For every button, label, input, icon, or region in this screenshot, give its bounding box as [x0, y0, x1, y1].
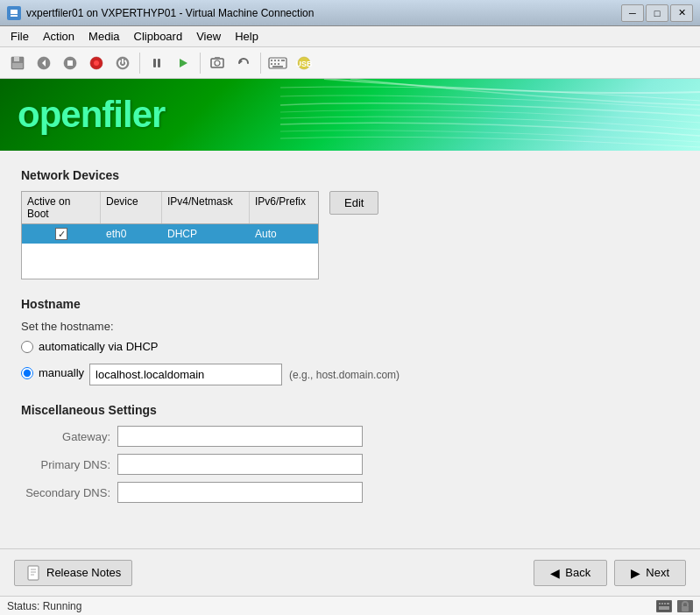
hostname-input[interactable] — [89, 364, 282, 385]
menu-help[interactable]: Help — [228, 28, 265, 45]
svg-marker-16 — [180, 59, 187, 67]
svg-point-18 — [215, 60, 220, 66]
svg-rect-14 — [153, 59, 156, 67]
gateway-row: Gateway: — [21, 426, 679, 447]
network-devices-table: Active on Boot Device IPv4/Netmask IPv6/… — [21, 191, 319, 279]
toolbar-usb[interactable]: USB — [292, 51, 316, 75]
toolbar-sep-3 — [260, 53, 261, 74]
toolbar-power[interactable] — [110, 51, 135, 75]
status-right — [656, 600, 693, 612]
toolbar-revert[interactable] — [231, 51, 256, 75]
col-ipv4: IPv4/Netmask — [162, 192, 250, 223]
misc-title: Miscellaneous Settings — [21, 403, 679, 417]
edit-button[interactable]: Edit — [329, 191, 378, 215]
menu-clipboard[interactable]: Clipboard — [127, 28, 190, 45]
manual-radio[interactable] — [21, 367, 33, 379]
svg-rect-25 — [281, 60, 285, 61]
table-row[interactable]: ✓ eth0 DHCP Auto — [22, 224, 318, 244]
menu-action[interactable]: Action — [36, 28, 81, 45]
back-label: Back — [565, 566, 590, 579]
primary-dns-input[interactable] — [117, 454, 363, 475]
col-ipv6: IPv6/Prefix — [250, 192, 320, 223]
gateway-input[interactable] — [117, 426, 363, 447]
minimize-button[interactable]: ─ — [621, 4, 644, 22]
primary-dns-label: Primary DNS: — [21, 458, 117, 471]
auto-dhcp-option: automatically via DHCP — [21, 340, 679, 353]
svg-rect-22 — [271, 60, 272, 61]
auto-dhcp-label: automatically via DHCP — [39, 340, 159, 353]
svg-point-12 — [94, 60, 99, 66]
banner-decoration — [280, 79, 700, 151]
release-notes-label: Release Notes — [46, 566, 121, 579]
nav-buttons: ◀ Back ▶ Next — [534, 560, 686, 586]
secondary-dns-row: Secondary DNS: — [21, 482, 679, 503]
svg-rect-19 — [215, 57, 220, 59]
svg-rect-26 — [271, 63, 272, 65]
table-empty-row — [22, 244, 318, 279]
menu-media[interactable]: Media — [81, 28, 126, 45]
svg-rect-15 — [158, 59, 160, 67]
primary-dns-row: Primary DNS: — [21, 454, 679, 475]
toolbar-screenshot[interactable] — [205, 51, 230, 75]
svg-rect-2 — [11, 15, 18, 17]
back-arrow-icon: ◀ — [550, 566, 560, 580]
menu-file[interactable]: File — [4, 28, 36, 45]
close-button[interactable]: ✕ — [670, 4, 693, 22]
svg-rect-39 — [664, 603, 666, 604]
back-button[interactable]: ◀ Back — [534, 560, 607, 586]
release-notes-button[interactable]: Release Notes — [14, 560, 132, 586]
svg-rect-28 — [278, 63, 279, 65]
col-active: Active on Boot — [22, 192, 101, 223]
toolbar-record[interactable] — [84, 51, 109, 75]
manual-option: manually (e.g., host.domain.com) — [21, 360, 679, 385]
keyboard-status-icon — [656, 600, 672, 612]
svg-rect-24 — [278, 60, 279, 61]
menu-view[interactable]: View — [189, 28, 228, 45]
status-bar: Status: Running — [0, 596, 700, 615]
cell-ipv4: DHCP — [162, 224, 250, 244]
svg-rect-41 — [659, 606, 669, 610]
svg-rect-40 — [667, 603, 669, 604]
svg-rect-37 — [659, 603, 661, 604]
title-bar: vxpertfiler01 on VXPERTHYP01 - Virtual M… — [0, 0, 700, 26]
active-checkbox[interactable]: ✓ — [55, 228, 67, 240]
network-devices-title: Network Devices — [21, 168, 679, 182]
main-content: Network Devices Active on Boot Device IP… — [0, 151, 700, 548]
hostname-section: Hostname Set the hostname: automatically… — [21, 297, 679, 385]
svg-rect-38 — [661, 603, 663, 604]
svg-rect-1 — [11, 10, 18, 14]
next-arrow-icon: ▶ — [631, 566, 640, 580]
toolbar-save[interactable] — [5, 51, 30, 75]
col-device: Device — [101, 192, 162, 223]
secondary-dns-input[interactable] — [117, 482, 363, 503]
svg-rect-23 — [274, 60, 276, 61]
manual-label: manually — [39, 366, 84, 379]
maximize-button[interactable]: □ — [646, 4, 668, 22]
svg-rect-27 — [274, 63, 276, 65]
hostname-input-row: (e.g., host.domain.com) — [89, 364, 399, 385]
bottom-bar: Release Notes ◀ Back ▶ Next — [0, 548, 700, 596]
misc-section: Miscellaneous Settings Gateway: Primary … — [21, 403, 679, 503]
window-title: vxpertfiler01 on VXPERTHYP01 - Virtual M… — [26, 7, 621, 19]
toolbar-stop[interactable] — [58, 51, 82, 75]
svg-rect-6 — [12, 63, 23, 68]
next-button[interactable]: ▶ Next — [614, 560, 686, 586]
toolbar: USB — [0, 47, 700, 79]
gateway-label: Gateway: — [21, 430, 117, 443]
banner-logo: openfiler — [18, 94, 165, 136]
secondary-dns-label: Secondary DNS: — [21, 486, 117, 499]
auto-dhcp-radio[interactable] — [21, 341, 33, 353]
menu-bar: File Action Media Clipboard View Help — [0, 26, 700, 47]
hostname-hint: (e.g., host.domain.com) — [289, 369, 399, 381]
lock-status-icon — [677, 600, 693, 612]
toolbar-back[interactable] — [32, 51, 56, 75]
svg-text:USB: USB — [296, 60, 312, 68]
toolbar-pause[interactable] — [145, 51, 169, 75]
set-hostname-label: Set the hostname: — [21, 320, 679, 333]
toolbar-sep-2 — [200, 53, 201, 74]
banner: openfiler — [0, 79, 700, 151]
toolbar-keyboard[interactable] — [265, 51, 290, 75]
cell-active: ✓ — [22, 224, 101, 244]
svg-rect-5 — [14, 57, 19, 61]
toolbar-play[interactable] — [171, 51, 195, 75]
